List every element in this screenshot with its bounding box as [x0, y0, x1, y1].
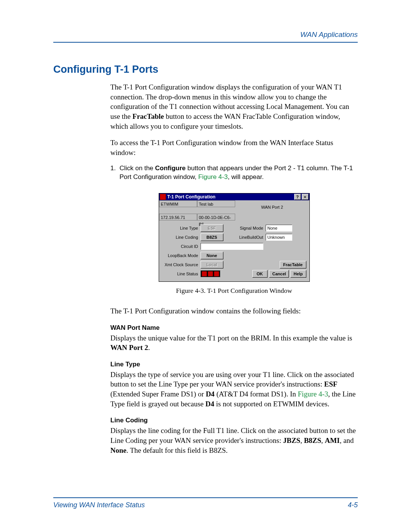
section-title: Configuring T-1 Ports — [53, 64, 358, 75]
circuit-id-label: Circuit ID — [162, 244, 201, 249]
text-bold: B8ZS — [304, 436, 321, 444]
text: , — [321, 436, 325, 444]
text-bold: ESF — [324, 380, 338, 388]
text: , and — [340, 436, 354, 444]
device-mac: 00-00-1D-0E-C6-B6 — [197, 214, 235, 220]
loopback-label: LoopBack Mode — [162, 253, 201, 259]
line-status-label: Line Status — [162, 271, 201, 277]
line-buildout-label: LineBuildOut — [235, 235, 266, 240]
wan-port-name-heading: WAN Port Name — [110, 324, 358, 332]
device-ip: 172.19.56.71 — [159, 214, 197, 220]
status-led-icon — [202, 271, 207, 276]
app-icon — [160, 194, 166, 200]
close-icon[interactable]: × — [302, 194, 309, 200]
text: , will appear. — [228, 173, 264, 181]
text: Click on the — [119, 165, 155, 172]
cancel-button[interactable]: Cancel — [269, 270, 289, 278]
text: (AT&T D4 format DS1). In — [215, 390, 298, 398]
step-1: 1. Click on the Configure button that ap… — [110, 164, 358, 182]
line-coding-label: Line Coding — [162, 235, 201, 240]
intro-paragraph-1: The T-1 Port Configuration window displa… — [110, 82, 358, 131]
running-header: WAN Applications — [53, 30, 358, 43]
line-coding-heading: Line Coding — [110, 416, 358, 425]
step-number: 1. — [110, 164, 119, 182]
text: . The default for this field is B8ZS. — [126, 446, 228, 454]
text-bold: D4 — [206, 400, 214, 408]
line-buildout-value: Unknown — [266, 234, 292, 241]
text: is not supported on ETWMIM devices. — [214, 400, 329, 408]
window-titlebar: T-1 Port Configuration ? × — [159, 193, 309, 200]
signal-mode-label: Signal Mode — [235, 225, 266, 231]
fractable-term: FracTable — [132, 112, 164, 120]
line-type-heading: Line Type — [110, 360, 358, 369]
footer-left: Viewing WAN Interface Status — [53, 501, 145, 509]
text-bold: JBZS — [283, 436, 300, 444]
circuit-id-input[interactable] — [201, 243, 263, 250]
line-type-button[interactable]: ESF — [201, 224, 223, 232]
device-name: ETWMIM — [159, 200, 197, 207]
after-figure-text: The T-1 Port Configuration window contai… — [110, 306, 358, 316]
configure-term: Configure — [155, 165, 186, 172]
line-status-leds — [201, 270, 220, 277]
xmt-clock-label: Xmt Clock Source — [162, 262, 201, 268]
xmt-clock-button[interactable]: Local — [201, 261, 223, 268]
intro-paragraph-2: To access the T-1 Port Configuration win… — [110, 138, 358, 157]
text-bold: D4 — [206, 390, 215, 398]
line-coding-desc: Displays the line coding for the Full T1… — [110, 426, 358, 455]
figure-reference[interactable]: Figure 4-3 — [198, 173, 228, 181]
line-type-label: Line Type — [162, 225, 201, 231]
text: (Extended Super Frame DS1) or — [110, 390, 206, 398]
wan-port-label: WAN Port 2 — [261, 204, 283, 210]
line-coding-button[interactable]: B8ZS — [201, 233, 223, 241]
loopback-button[interactable]: None — [201, 252, 223, 259]
signal-mode-value: None — [266, 225, 292, 232]
line-type-desc: Displays the type of service you are usi… — [110, 370, 358, 409]
wan-port-name-desc: Displays the unique value for the T1 por… — [110, 333, 358, 353]
help-button[interactable]: Help — [290, 270, 306, 278]
text: Displays the type of service you are usi… — [110, 371, 354, 388]
text: . — [148, 343, 150, 351]
ok-button[interactable]: OK — [252, 270, 268, 278]
help-icon[interactable]: ? — [294, 194, 301, 200]
status-led-icon — [208, 271, 213, 276]
window-title: T-1 Port Configuration — [167, 194, 216, 200]
text-bold: None — [110, 446, 126, 454]
text: Displays the unique value for the T1 por… — [110, 334, 352, 342]
page-number: 4-5 — [348, 501, 358, 509]
figure-reference[interactable]: Figure 4-3 — [298, 390, 328, 398]
text-bold: AMI — [325, 436, 340, 444]
text-bold: WAN Port 2 — [110, 343, 148, 351]
t1-port-config-window: T-1 Port Configuration ? × ETWMIM Test l… — [159, 193, 310, 282]
figure-caption: Figure 4-3. T-1 Port Configuration Windo… — [110, 286, 358, 296]
fractable-button[interactable]: FracTable — [280, 261, 306, 268]
status-led-icon — [214, 271, 219, 276]
device-location: Test lab — [197, 200, 235, 207]
text: , — [300, 436, 304, 444]
